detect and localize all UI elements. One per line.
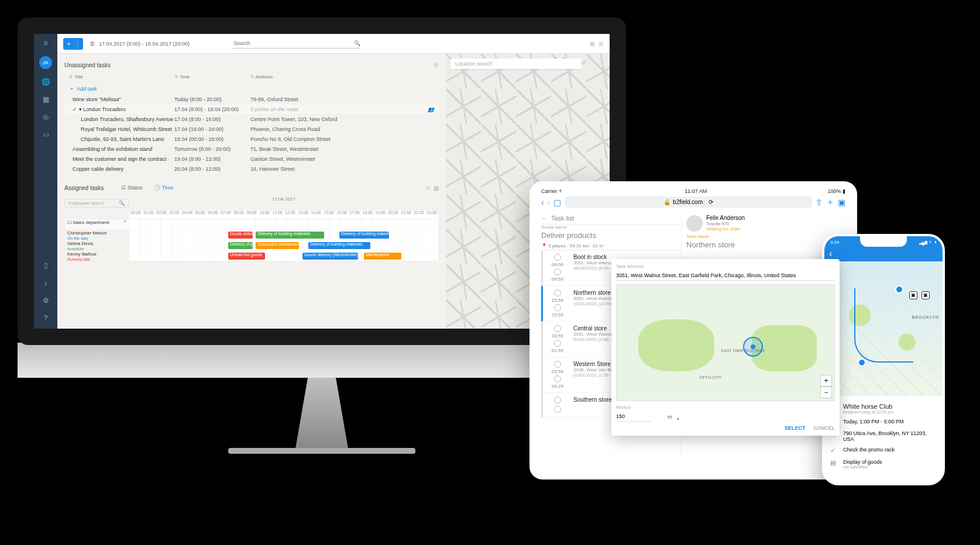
tabs-icon[interactable]: ▣ (838, 198, 845, 207)
gantt-row[interactable]: Kenny BalfourRunning lateUnload the good… (65, 251, 438, 261)
table-row[interactable]: ✓ ▾ London Trocadero17.04 (8:00) - 18.04… (64, 105, 439, 115)
table-row[interactable]: Royal Trafalgar Hotel, Whitcomb Street17… (64, 125, 439, 134)
route-meta: 📍 5 places · 54.31 km · 01 m (541, 242, 681, 250)
avatar[interactable]: JR (39, 56, 52, 69)
sidebar: ≡ JR 🌐 ▦ ◎ ▭ ▯ ♪ ⚙ ? (34, 34, 57, 329)
zoom-out-button[interactable]: − (820, 387, 832, 398)
topbar: ＋ ⋮ 🗓 17.04.2017 (8:00) - 18.04.2017 (20… (57, 34, 610, 54)
new-tab-icon[interactable]: ＋ (826, 197, 834, 208)
calendar-icon: 🗓 (90, 41, 95, 47)
gantt-row[interactable]: Christopher MeloniOn the wayGoods delive… (65, 230, 438, 240)
task-form: Display of goods (843, 459, 882, 465)
gear-icon[interactable]: ⚙ (434, 62, 439, 68)
phone-map[interactable]: BROOKLYN ▣ ▣ (824, 261, 943, 396)
tablet-device: Carrier ᯤ 11:07 AM 100% ▮ ‹ › ▢ 🔒 b2fiel… (529, 181, 857, 480)
map-marker-icon[interactable]: ▣ (921, 291, 930, 299)
task-title: White horse Club (843, 403, 893, 410)
grid-view-icon[interactable]: ▦ (434, 185, 439, 191)
forward-icon: › (548, 198, 551, 207)
add-button[interactable]: ＋ ⋮ (63, 38, 83, 50)
url-bar[interactable]: 🔒 b2field.com ⟳ (565, 196, 812, 208)
table-row[interactable]: Meet the customer and sign the contract1… (64, 154, 439, 164)
menu-icon[interactable]: ≡ (41, 39, 50, 48)
cancel-button[interactable]: CANCEL (813, 425, 835, 431)
department-row[interactable]: ☐ Sales department ⌃ (65, 219, 129, 229)
task-name: Northern store (686, 240, 841, 249)
location-icon[interactable]: ◎ (41, 112, 50, 122)
bell-icon[interactable]: ♪ (41, 278, 50, 288)
address-input[interactable] (616, 271, 835, 281)
gantt-date: 17.04.2017 (129, 196, 439, 210)
reload-icon[interactable]: ⟳ (709, 199, 713, 205)
check-icon: ✓ (830, 447, 838, 454)
add-task-link[interactable]: ＋ Add task (64, 82, 439, 95)
back-icon[interactable]: ‹ (829, 249, 832, 259)
task-check: Check the promo rack (843, 447, 895, 453)
phone-nav: ‹ (824, 246, 943, 261)
search-icon: 🔍 (354, 40, 360, 46)
tablet-statusbar: Carrier ᯤ 11:07 AM 100% ▮ (541, 188, 845, 194)
table-row[interactable]: Chipotle, 92-93, Saint Martin's Lane18.0… (64, 134, 439, 144)
form-icon: ▤ (830, 459, 838, 467)
chevron-down-icon[interactable]: ▾ (677, 416, 679, 422)
table-row[interactable]: Assembling of the exhibition standTomorr… (64, 144, 439, 154)
list-view-icon[interactable]: ≡ (427, 185, 430, 191)
task-list-header[interactable]: ← Task list (541, 212, 681, 225)
grid-view-icon[interactable]: ▦ (590, 41, 595, 47)
map-marker-icon[interactable]: ▣ (909, 291, 917, 299)
list-view-icon[interactable]: ▥ (599, 41, 604, 47)
doc-icon[interactable]: ▦ (41, 95, 50, 104)
popup-map[interactable]: EAST GARFIELD PARK FIFTH CITY + − (616, 284, 835, 401)
avatar (686, 215, 703, 232)
search-field[interactable]: 🔍 (232, 39, 360, 49)
select-button[interactable]: SELECT (785, 425, 806, 431)
employee-search[interactable]: Employee search 🔍 (64, 199, 129, 208)
map-pin-icon[interactable] (743, 337, 763, 357)
unassigned-header: Unassigned tasks ⚙ (64, 62, 439, 68)
globe-icon[interactable]: 🌐 (41, 77, 50, 87)
route-name: Deliver products (541, 231, 681, 240)
phone-device: 3:24▂▄▆ ᯤ ▮ ‹ BROOKLYN ▣ ▣ ○ White horse… (822, 234, 945, 485)
gear-icon[interactable]: ⚙ (41, 296, 50, 305)
zoom-in-button[interactable]: + (820, 375, 832, 387)
book-icon[interactable]: ▢ (553, 198, 561, 207)
search-icon: 🔍 (119, 201, 125, 206)
back-icon[interactable]: ‹ (541, 198, 544, 207)
task-address: 790 Utica Ave, Brooklyn, NY 11203, USA (843, 430, 937, 442)
device-icon[interactable]: ▯ (41, 261, 50, 270)
driver-info[interactable]: Felix Anderson Toyota 978 Waiting for or… (686, 212, 841, 234)
help-icon[interactable]: ? (41, 313, 50, 323)
address-popup: Task address EAST GARFIELD PARK FIFTH CI… (611, 259, 840, 436)
share-icon[interactable]: ⇧ (816, 198, 823, 207)
table-header: ⇅ Title ⇅ Time ⇅ Address (64, 72, 439, 82)
gantt-row[interactable]: Selina DevisAvailableDelivery of g.Sched… (65, 240, 438, 251)
radius-input[interactable] (616, 412, 651, 422)
table-row[interactable]: London Trocadero, Shaftesbury Avenue17.0… (64, 115, 439, 125)
car-icon[interactable]: ▭ (41, 130, 50, 139)
date-range[interactable]: 🗓 17.04.2017 (8:00) - 18.04.2017 (20:00) (90, 41, 190, 47)
tab-time[interactable]: 🕒 Time (154, 185, 173, 191)
task-time: Today, 1:00 PM - 5:00 PM (843, 419, 903, 425)
table-row[interactable]: Copper cable delivery20.04 (8:00 - 12:00… (64, 164, 439, 174)
map-pin-icon (858, 358, 866, 367)
table-row[interactable]: Wine store "Melissa"Today (8:00 - 20:00)… (64, 95, 439, 105)
location-search[interactable]: Location search (451, 58, 582, 69)
tab-status[interactable]: ☑ Status (121, 185, 142, 191)
assigned-header: Assigned tasks ☑ Status 🕒 Time ≡ ▦ (64, 182, 439, 193)
